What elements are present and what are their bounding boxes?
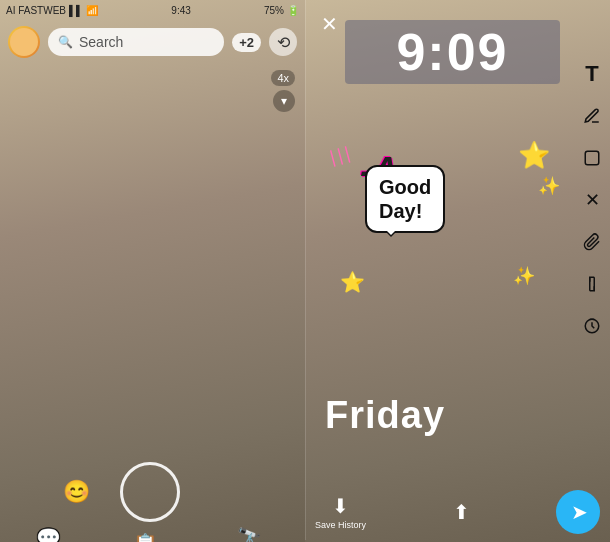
speech-bubble[interactable]: Good Day! xyxy=(365,165,445,233)
chat-icon: 💬 xyxy=(36,526,61,542)
search-bar[interactable]: 🔍 Search xyxy=(48,28,224,56)
avatar-face xyxy=(10,28,38,56)
send-to-button[interactable]: ➤ xyxy=(556,490,600,534)
left-panel: AI FASTWEB ▌▌ 📶 9:43 75% 🔋 🔍 Search +2 ⟲… xyxy=(0,0,305,542)
save-history-button[interactable]: ⬇ Save History xyxy=(315,494,366,530)
status-left: AI FASTWEB ▌▌ 📶 xyxy=(6,5,98,16)
send-arrow-icon: ➤ xyxy=(571,500,588,524)
save-label: Save History xyxy=(315,520,366,530)
search-icon: 🔍 xyxy=(58,35,73,49)
status-right: 75% 🔋 xyxy=(264,5,299,16)
bottom-nav: 💬 Chat 📋 🔭 Discover xyxy=(0,522,305,542)
bottom-controls: 😊 💬 Chat 📋 🔭 Discover xyxy=(0,452,305,542)
star-decoration-4: ✨ xyxy=(513,265,535,287)
chat-nav-item[interactable]: 💬 Chat xyxy=(36,526,61,542)
top-bar: 🔍 Search +2 ⟲ xyxy=(0,20,305,64)
avatar[interactable] xyxy=(8,26,40,58)
export-icon: ⬆ xyxy=(453,500,470,524)
friday-overlay[interactable]: Friday xyxy=(325,394,560,437)
pen-tool-button[interactable] xyxy=(578,102,606,130)
search-label: Search xyxy=(79,34,123,50)
signal-icon: ▌▌ xyxy=(69,5,83,16)
timer-tool-button[interactable] xyxy=(578,312,606,340)
sparkle-sticker: ||| xyxy=(328,143,353,168)
emoji-button[interactable]: 😊 xyxy=(63,479,90,505)
time-display: 9:43 xyxy=(171,5,190,16)
time-overlay[interactable]: 9:09 xyxy=(345,20,560,84)
zoom-indicator: 4x xyxy=(271,70,295,86)
battery-text: 75% xyxy=(264,5,284,16)
text-tool-button[interactable]: T xyxy=(578,60,606,88)
stories-icon: 📋 xyxy=(133,532,158,543)
flip-camera-button[interactable]: ⟲ xyxy=(269,28,297,56)
crop-tool-button[interactable] xyxy=(578,270,606,298)
shutter-button[interactable] xyxy=(120,462,180,522)
speech-line2: Day! xyxy=(379,200,422,222)
friends-badge[interactable]: +2 xyxy=(232,33,261,52)
star-decoration-1: ⭐ xyxy=(518,140,550,171)
sticker-tool-button[interactable] xyxy=(578,144,606,172)
svg-rect-0 xyxy=(585,151,599,165)
carrier-text: AI FASTWEB xyxy=(6,5,66,16)
bottom-right-controls: ⬇ Save History ⬆ ➤ xyxy=(305,482,610,542)
stories-nav-item[interactable]: 📋 xyxy=(133,532,158,543)
right-panel: ✕ 9:09 ⭐ ✨ ⭐ ✨ ||| -A Good Day! Friday T… xyxy=(305,0,610,542)
discover-icon: 🔭 xyxy=(237,526,262,542)
discover-nav-item[interactable]: 🔭 Discover xyxy=(230,526,269,542)
panel-divider xyxy=(305,0,306,540)
right-toolbar: T ✕ xyxy=(578,60,606,340)
save-icon: ⬇ xyxy=(332,494,349,518)
status-bar: AI FASTWEB ▌▌ 📶 9:43 75% 🔋 xyxy=(0,0,305,20)
chevron-down-icon[interactable]: ▾ xyxy=(273,90,295,112)
speech-line1: Good xyxy=(379,176,431,198)
close-button[interactable]: ✕ xyxy=(315,10,343,38)
scissors-tool-button[interactable]: ✕ xyxy=(578,186,606,214)
star-decoration-2: ✨ xyxy=(538,175,560,197)
battery-icon: 🔋 xyxy=(287,5,299,16)
star-decoration-3: ⭐ xyxy=(340,270,365,294)
wifi-icon: 📶 xyxy=(86,5,98,16)
paperclip-tool-button[interactable] xyxy=(578,228,606,256)
shutter-row: 😊 xyxy=(63,452,242,522)
export-button[interactable]: ⬆ xyxy=(453,500,470,524)
